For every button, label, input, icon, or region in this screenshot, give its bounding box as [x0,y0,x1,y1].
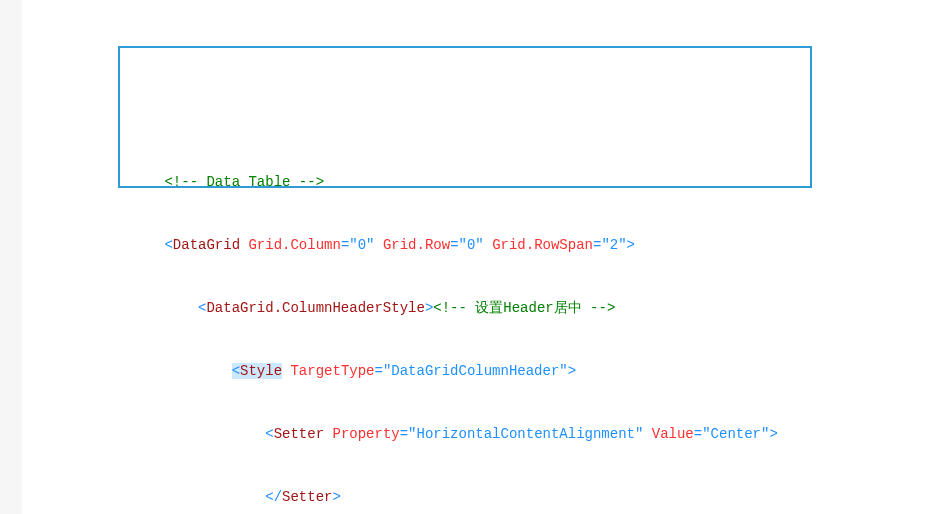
code-line: <!-- Data Table --> [30,172,932,193]
code-line: <Setter Property="HorizontalContentAlign… [30,424,932,445]
code-block: <!-- Data Table --> <DataGrid Grid.Colum… [30,130,932,514]
code-line: </Setter> [30,487,932,508]
code-line: <DataGrid.ColumnHeaderStyle><!-- 设置Heade… [30,298,932,319]
line-gutter [0,0,23,514]
fold-gutter [22,0,30,514]
code-line: <Style TargetType="DataGridColumnHeader"… [30,361,932,382]
code-line: <DataGrid Grid.Column="0" Grid.Row="0" G… [30,235,932,256]
code-editor: <!-- Data Table --> <DataGrid Grid.Colum… [0,0,932,514]
